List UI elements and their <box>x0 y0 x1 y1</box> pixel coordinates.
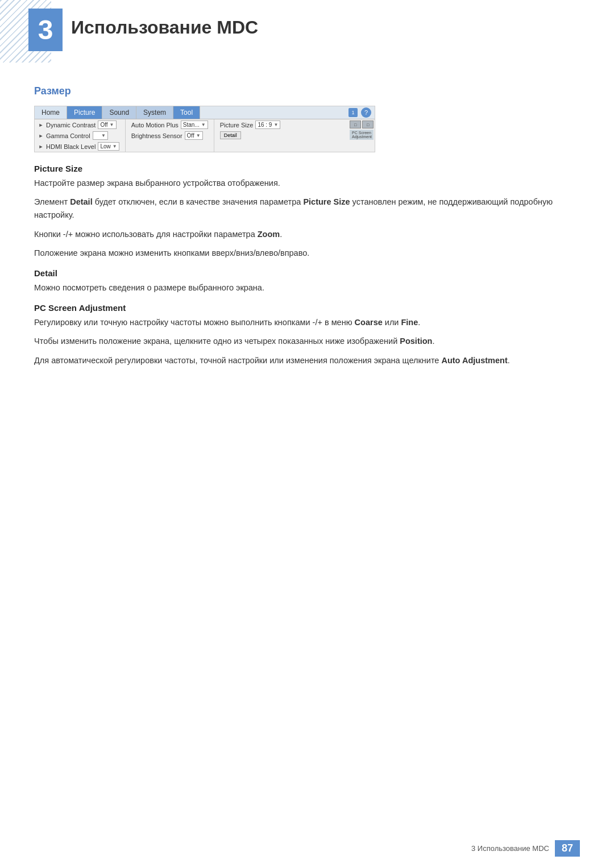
settings-middle-col: Auto Motion Plus Stan... ▼ Brightness Se… <box>126 119 214 152</box>
text-mid1: будет отключен, если в качестве значения… <box>93 197 304 206</box>
bold-auto-adj: Auto Adjustment <box>441 356 507 365</box>
text-before-detail: Элемент <box>34 197 70 206</box>
footer-text: 3 Использование MDC <box>471 844 549 853</box>
settings-row-detail: Detail <box>217 130 349 140</box>
text-before-coarse: Регулировку или точную настройку частоты… <box>34 318 355 327</box>
text-zoom-end: . <box>280 230 282 239</box>
picture-size-text2: Элемент Detail будет отключен, если в ка… <box>34 196 580 222</box>
settings-left-col: ► Dynamic Contrast Off ▼ ► Gamma Control… <box>35 119 126 152</box>
chapter-number: 3 <box>38 14 53 45</box>
picture-size-text1: Настройте размер экрана выбранного устро… <box>34 177 580 190</box>
dropdown-brightness-sensor[interactable]: Off ▼ <box>185 131 203 140</box>
nav-arrow-dynamic: ► <box>38 122 44 128</box>
side-btn-1[interactable]: □ <box>350 121 361 128</box>
settings-row-dynamic: ► Dynamic Contrast Off ▼ <box>35 119 123 130</box>
detail-heading: Detail <box>34 268 580 278</box>
ui-screenshot: Home Picture Sound System Tool 1 ? ► Dyn… <box>34 106 375 152</box>
text-before-auto-adj: Для автоматической регулировки частоты, … <box>34 356 441 365</box>
chapter-number-box: 3 <box>28 9 63 51</box>
main-content: Размер Home Picture Sound System Tool 1 … <box>34 74 580 373</box>
text-position-end: . <box>432 337 434 346</box>
text-fine-end: . <box>418 318 420 327</box>
label-gamma-control: Gamma Control <box>46 132 90 139</box>
pc-screen-text2: Чтобы изменить положение экрана, щелкнит… <box>34 335 580 348</box>
chapter-title: Использование MDC <box>71 17 258 38</box>
toolbar-help[interactable]: ? <box>361 107 371 118</box>
pc-screen-text3: Для автоматической регулировки частоты, … <box>34 354 580 367</box>
side-btn-2[interactable]: □ <box>362 121 374 128</box>
footer: 3 Использование MDC 87 <box>471 840 580 857</box>
nav-arrow-hdmi: ► <box>38 144 44 149</box>
chevron-down-icon-5: ▼ <box>196 133 201 138</box>
nav-arrow-gamma: ► <box>38 133 44 139</box>
tab-tool[interactable]: Tool <box>173 106 200 119</box>
label-brightness-sensor: Brightness Sensor <box>131 132 182 139</box>
bold-fine: Fine <box>401 318 418 327</box>
detail-button[interactable]: Detail <box>220 131 241 139</box>
picture-size-text4: Положение экрана можно изменить кнопками… <box>34 247 580 260</box>
toolbar-badge: 1 <box>349 108 358 117</box>
dropdown-auto-motion[interactable]: Stan... ▼ <box>181 121 208 129</box>
dropdown-hdmi-black[interactable]: Low ▼ <box>98 142 119 151</box>
settings-right-col: Picture Size 16 : 9 ▼ Detail □ □ <box>214 119 375 152</box>
tab-system[interactable]: System <box>136 106 173 119</box>
label-hdmi-black: HDMI Black Level <box>46 143 96 150</box>
bold-position: Position <box>400 337 432 346</box>
dropdown-gamma-control[interactable]: ▼ <box>93 131 108 140</box>
chevron-down-icon-4: ▼ <box>201 122 206 127</box>
settings-row-hdmi: ► HDMI Black Level Low ▼ <box>35 141 123 152</box>
text-auto-adj-end: . <box>508 356 510 365</box>
text-before-zoom: Кнопки -/+ можно использовать для настро… <box>34 230 258 239</box>
pc-screen-heading: PC Screen Adjustment <box>34 303 580 313</box>
tab-home[interactable]: Home <box>35 106 67 119</box>
text-or: или <box>383 318 401 327</box>
bold-picture-size: Picture Size <box>303 197 350 206</box>
settings-right-main: Picture Size 16 : 9 ▼ Detail <box>217 119 349 152</box>
label-auto-motion: Auto Motion Plus <box>131 122 179 128</box>
pc-screen-thumbnail: PC Screen Adjustment <box>350 130 374 140</box>
dropdown-value-gamma <box>95 132 99 139</box>
picture-size-heading: Picture Size <box>34 164 580 173</box>
tab-picture[interactable]: Picture <box>67 106 102 119</box>
dropdown-dynamic-contrast[interactable]: Off ▼ <box>98 121 116 129</box>
bold-detail: Detail <box>70 197 93 206</box>
toolbar: Home Picture Sound System Tool 1 ? <box>35 106 375 119</box>
pc-screen-text1: Регулировку или точную настройку частоты… <box>34 316 580 329</box>
dropdown-value-hdmi: Low <box>100 143 110 149</box>
bold-coarse: Coarse <box>355 318 383 327</box>
page-number: 87 <box>555 840 580 857</box>
dropdown-picture-size[interactable]: 16 : 9 ▼ <box>255 121 280 129</box>
dropdown-value-brightness: Off <box>187 132 194 139</box>
section-heading: Размер <box>34 85 580 97</box>
chevron-down-icon: ▼ <box>110 122 114 127</box>
detail-text: Можно посмотреть сведения о размере выбр… <box>34 281 580 294</box>
label-picture-size: Picture Size <box>220 122 254 128</box>
chevron-down-icon-3: ▼ <box>113 144 117 149</box>
settings-row-gamma: ► Gamma Control ▼ <box>35 130 123 141</box>
dropdown-value-dynamic: Off <box>100 122 107 128</box>
settings-row-auto-motion: Auto Motion Plus Stan... ▼ <box>128 119 211 130</box>
settings-row-brightness: Brightness Sensor Off ▼ <box>128 130 211 141</box>
chevron-down-icon-2: ▼ <box>101 133 106 138</box>
dropdown-value-picture-size: 16 : 9 <box>258 122 272 128</box>
label-dynamic-contrast: Dynamic Contrast <box>46 122 96 128</box>
picture-size-text3: Кнопки -/+ можно использовать для настро… <box>34 228 580 241</box>
settings-right-side: □ □ PC Screen Adjustment <box>349 119 375 152</box>
text-before-position: Чтобы изменить положение экрана, щелкнит… <box>34 337 400 346</box>
bold-zoom: Zoom <box>258 230 280 239</box>
settings-row-picture-size: Picture Size 16 : 9 ▼ <box>217 119 349 130</box>
chevron-down-icon-6: ▼ <box>273 122 278 127</box>
settings-area: ► Dynamic Contrast Off ▼ ► Gamma Control… <box>35 119 375 152</box>
dropdown-value-auto-motion: Stan... <box>183 122 200 128</box>
tab-sound[interactable]: Sound <box>102 106 136 119</box>
